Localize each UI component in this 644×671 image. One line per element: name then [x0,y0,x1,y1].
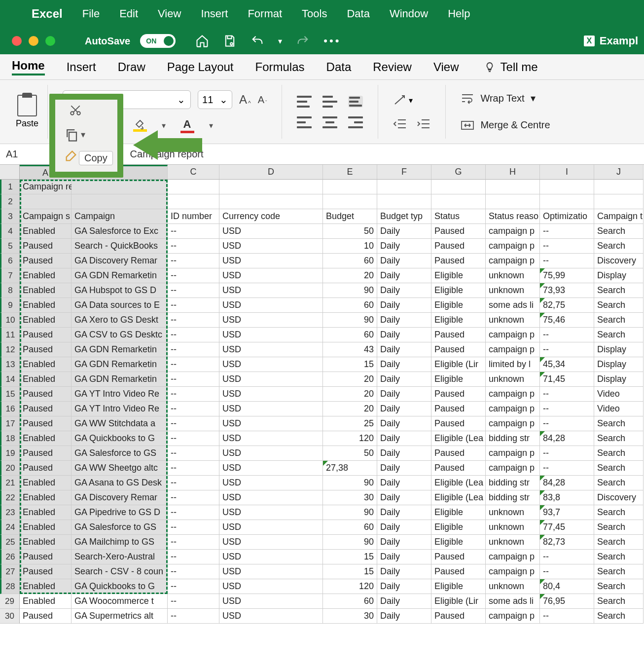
font-color-dropdown-icon[interactable]: ▾ [209,121,213,130]
row-header-14[interactable]: 14 [0,372,20,387]
cell[interactable]: Paused [431,239,486,254]
cell[interactable]: USD [219,564,323,579]
cell[interactable]: campaign p [486,550,540,564]
row-header-22[interactable]: 22 [0,490,20,505]
cell[interactable]: USD [219,461,323,476]
cell[interactable]: GA Quickbooks to G [72,431,168,446]
row-header-12[interactable]: 12 [0,342,20,357]
cell[interactable]: Paused [20,254,72,268]
cell[interactable]: Paused [431,254,486,268]
cell[interactable]: Eligible [431,283,486,298]
cell[interactable]: Budget typ [377,209,431,224]
cell[interactable]: 20 [323,402,377,416]
cell[interactable]: -- [168,579,219,594]
cell[interactable]: -- [168,416,219,431]
cell[interactable] [594,194,644,209]
cell[interactable]: 15 [323,564,377,579]
cell[interactable]: Paused [431,387,486,402]
cell[interactable]: unknown [486,313,540,328]
cell[interactable]: Paused [20,328,72,342]
cell[interactable]: Search [594,298,644,313]
cell[interactable]: -- [168,387,219,402]
cell[interactable]: -- [540,328,594,342]
cell[interactable]: 93,7 [540,505,594,520]
cell[interactable]: unknown [486,268,540,283]
cell[interactable]: -- [168,550,219,564]
cell[interactable]: campaign p [486,328,540,342]
copy-dropdown-icon[interactable]: ▾ [81,129,85,140]
cell[interactable] [72,194,168,209]
cell[interactable]: Search [594,328,644,342]
cell[interactable]: Search [594,564,644,579]
row-header-6[interactable]: 6 [0,254,20,268]
cell[interactable]: GA GDN Remarketin [72,342,168,357]
row-header-9[interactable]: 9 [0,298,20,313]
tab-formulas[interactable]: Formulas [255,60,305,74]
cell[interactable]: Search-Xero-Austral [72,550,168,564]
tab-review[interactable]: Review [373,60,412,74]
tab-data[interactable]: Data [326,60,352,74]
align-left-icon[interactable] [297,116,312,128]
cell[interactable]: 120 [323,579,377,594]
cell[interactable]: Search [594,224,644,239]
align-right-icon[interactable] [348,116,363,128]
row-header-18[interactable]: 18 [0,431,20,446]
cell[interactable]: Enabled [20,505,72,520]
cell[interactable]: GA Salesforce to GS [72,446,168,461]
cell[interactable]: Paused [431,564,486,579]
cell[interactable]: 20 [323,387,377,402]
cell[interactable]: -- [540,446,594,461]
cell[interactable]: GA Pipedrive to GS D [72,505,168,520]
copy-button[interactable]: ▾ [64,127,85,142]
cell[interactable]: 84,28 [540,431,594,446]
close-window-button[interactable] [12,36,22,46]
cell[interactable]: Daily [377,594,431,609]
row-header-21[interactable]: 21 [0,476,20,490]
column-header-D[interactable]: D [219,165,323,180]
cell[interactable]: campaign p [486,416,540,431]
cell[interactable]: limited by l [486,357,540,372]
cell[interactable]: 27,38 [323,461,377,476]
tell-me[interactable]: Tell me [484,60,538,74]
cell[interactable]: 71,45 [540,372,594,387]
cell[interactable]: USD [219,254,323,268]
cell[interactable]: USD [219,372,323,387]
mac-menu-bar[interactable]: Excel File Edit View Insert Format Tools… [0,0,644,28]
cell[interactable]: Enabled [20,224,72,239]
cell[interactable]: Daily [377,357,431,372]
row-header-16[interactable]: 16 [0,402,20,416]
row-header-5[interactable]: 5 [0,239,20,254]
cell[interactable]: -- [540,416,594,431]
cell[interactable]: bidding str [486,476,540,490]
cell[interactable]: unknown [486,535,540,550]
minimize-window-button[interactable] [29,36,38,46]
cell[interactable]: USD [219,609,323,624]
cell[interactable]: GA CSV to GS Desktc [72,328,168,342]
cell[interactable]: Daily [377,268,431,283]
menu-format[interactable]: Format [248,7,282,20]
cell[interactable]: USD [219,476,323,490]
cell[interactable] [219,180,323,194]
cell[interactable]: Paused [20,564,72,579]
cell[interactable]: USD [219,446,323,461]
cell[interactable]: -- [168,461,219,476]
cell[interactable]: Search - QuickBooks [72,239,168,254]
cell[interactable]: GA Hubspot to GS D [72,283,168,298]
column-header-J[interactable]: J [594,165,644,180]
cell[interactable]: GA GDN Remarketin [72,372,168,387]
cell[interactable]: campaign p [486,609,540,624]
menu-edit[interactable]: Edit [119,7,138,20]
cell[interactable]: Campaign t [594,209,644,224]
cell[interactable]: Daily [377,416,431,431]
format-painter-button[interactable] [64,149,78,165]
cell[interactable]: Search [594,594,644,609]
cell[interactable]: Eligible [431,268,486,283]
cell[interactable]: Enabled [20,476,72,490]
cell[interactable]: -- [540,224,594,239]
cell[interactable]: GA Xero to GS Deskt [72,313,168,328]
cell[interactable] [431,180,486,194]
cell[interactable]: Daily [377,579,431,594]
cell[interactable]: 75,99 [540,268,594,283]
merge-center-button[interactable]: Merge & Centre [461,119,550,131]
row-header-19[interactable]: 19 [0,446,20,461]
